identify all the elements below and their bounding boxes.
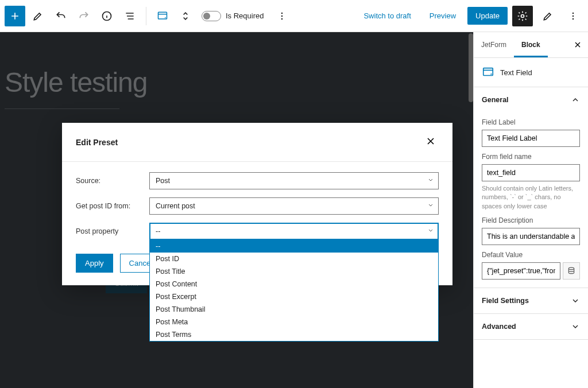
dropdown-option[interactable]: Post Content [150, 278, 438, 290]
info-button[interactable] [96, 6, 117, 26]
toggle-track [202, 11, 221, 21]
panel-field-settings-title: Field Settings [482, 297, 529, 305]
toggle-thumb [203, 13, 210, 20]
get-post-id-row: Get post ID from: Current post [76, 197, 439, 215]
form-field-name-help: Should contain only Latin letters, numbe… [482, 184, 580, 211]
redo-icon [78, 10, 90, 22]
undo-icon [55, 10, 67, 22]
sidebar: JetForm Block Text Field General Field L… [473, 32, 588, 388]
redo-button[interactable] [74, 6, 94, 26]
toolbar-left: Is Required [5, 6, 292, 26]
svg-point-8 [572, 18, 574, 20]
source-control: Post [149, 172, 439, 189]
close-sidebar-button[interactable] [567, 32, 588, 57]
panel-general-title: General [482, 96, 509, 104]
default-value-row [482, 262, 580, 280]
form-icon [157, 10, 168, 22]
pencil-icon [32, 10, 44, 22]
field-description-label: Field Description [482, 216, 580, 224]
dropdown-option[interactable]: Post Thumbnail [150, 303, 438, 316]
is-required-toggle[interactable]: Is Required [202, 11, 264, 21]
preview-button[interactable]: Preview [423, 7, 463, 25]
chevron-down-icon [571, 322, 580, 331]
apply-button[interactable]: Apply [76, 254, 113, 273]
edit-button[interactable] [28, 6, 48, 26]
dynamic-preset-button[interactable] [563, 262, 580, 280]
expand-button[interactable] [175, 6, 196, 26]
info-icon [101, 10, 113, 22]
text-field-icon [482, 66, 494, 79]
more-vertical-icon [276, 10, 288, 22]
tab-jetform[interactable]: JetForm [474, 32, 514, 57]
outline-button[interactable] [119, 6, 140, 26]
close-icon [425, 135, 436, 147]
panel-general-body: Field Label Form field name Should conta… [474, 118, 588, 288]
more-vertical-icon [567, 10, 579, 22]
post-property-control: -- -- Post ID Post Title Post Content Po… [149, 223, 439, 240]
svg-point-6 [572, 12, 574, 14]
default-value-input[interactable] [482, 262, 560, 280]
edit-preset-modal: Edit Preset Source: Post Get post ID fro… [62, 123, 452, 285]
plus-icon [9, 10, 21, 22]
modal-header: Edit Preset [62, 123, 452, 162]
get-post-id-select[interactable]: Current post [149, 197, 439, 215]
panel-field-settings: Field Settings [474, 288, 588, 314]
add-block-button[interactable] [5, 6, 25, 26]
form-icon-button[interactable] [152, 6, 173, 26]
post-property-select[interactable]: -- [149, 223, 439, 240]
panel-general: General Field Label Form field name Shou… [474, 87, 588, 288]
dropdown-option[interactable]: Post Excerpt [150, 290, 438, 303]
dropdown-option[interactable]: -- [150, 240, 438, 253]
database-icon [567, 267, 575, 275]
field-label-label: Field Label [482, 118, 580, 126]
field-label-input[interactable] [482, 130, 580, 147]
close-icon [573, 40, 582, 49]
dropdown-option[interactable]: Post ID [150, 253, 438, 265]
expand-icon [180, 10, 191, 22]
default-value-label: Default Value [482, 251, 580, 259]
svg-point-3 [281, 15, 283, 17]
sidebar-tabs: JetForm Block [474, 32, 588, 58]
brush-icon [542, 10, 554, 22]
undo-button[interactable] [51, 6, 71, 26]
settings-button[interactable] [512, 6, 533, 26]
chevron-up-icon [571, 95, 580, 104]
toolbar-right: Switch to draft Preview Update [357, 6, 583, 26]
svg-point-10 [568, 267, 574, 270]
post-property-row: Post property -- -- Post ID Post Title P… [76, 223, 439, 240]
dropdown-option[interactable]: Post Terms [150, 328, 438, 341]
source-row: Source: Post [76, 172, 439, 189]
top-toolbar: Is Required Switch to draft Preview Upda… [0, 0, 588, 32]
panel-general-header[interactable]: General [474, 87, 588, 112]
form-field-name-label: Form field name [482, 153, 580, 161]
switch-to-draft-button[interactable]: Switch to draft [357, 7, 417, 25]
gear-icon [517, 10, 528, 22]
toolbar-more-button[interactable] [563, 6, 583, 26]
is-required-label: Is Required [226, 11, 264, 20]
dropdown-option[interactable]: Post Meta [150, 316, 438, 328]
get-post-id-control: Current post [149, 197, 439, 215]
svg-point-4 [281, 18, 283, 20]
list-icon [124, 10, 136, 22]
source-label: Source: [76, 177, 149, 185]
more-options-button[interactable] [272, 6, 292, 26]
post-property-label: Post property [76, 227, 149, 235]
svg-point-2 [281, 12, 283, 14]
tab-block[interactable]: Block [514, 32, 548, 57]
panel-advanced-header[interactable]: Advanced [474, 314, 588, 339]
panel-field-settings-header[interactable]: Field Settings [474, 288, 588, 313]
modal-close-button[interactable] [423, 133, 439, 151]
svg-point-7 [572, 15, 574, 17]
source-select[interactable]: Post [149, 172, 439, 189]
block-type-label: Text Field [500, 68, 532, 77]
dropdown-option[interactable]: Post Title [150, 265, 438, 278]
chevron-down-icon [571, 296, 580, 305]
get-post-id-label: Get post ID from: [76, 202, 149, 210]
field-description-input[interactable] [482, 228, 580, 245]
block-type-header: Text Field [474, 58, 588, 87]
form-field-name-input[interactable] [482, 164, 580, 181]
jet-style-button[interactable] [537, 6, 558, 26]
update-button[interactable]: Update [467, 7, 508, 25]
modal-body: Source: Post Get post ID from: Current p… [62, 162, 452, 254]
modal-title: Edit Preset [76, 138, 118, 147]
